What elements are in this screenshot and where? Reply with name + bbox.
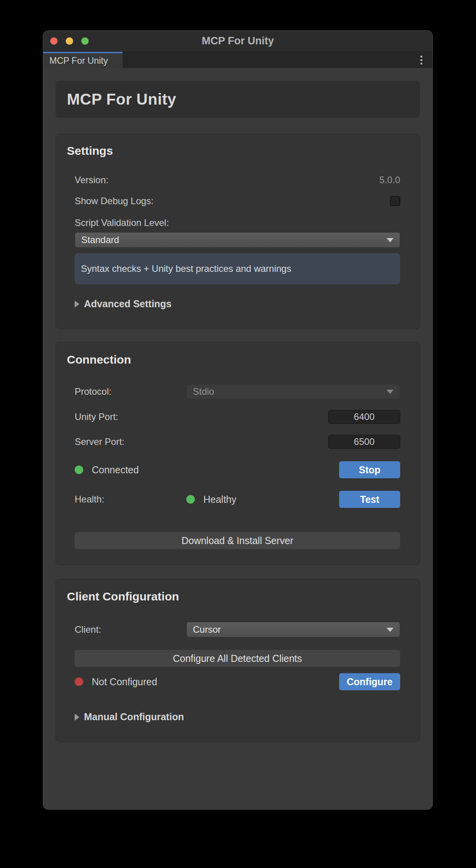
header-banner: MCP For Unity [56, 80, 420, 118]
page-title: MCP For Unity [67, 91, 176, 108]
version-row: Version: 5.0.0 [75, 175, 400, 186]
validation-level-value: Standard [81, 234, 119, 245]
connected-status-text: Connected [92, 464, 139, 476]
client-label: Client: [75, 624, 186, 635]
debug-logs-label: Show Debug Logs: [75, 196, 154, 206]
close-window-button[interactable] [50, 37, 58, 45]
zoom-window-button[interactable] [81, 37, 89, 45]
validation-helpbox: Syntax checks + Unity best practices and… [75, 253, 400, 284]
stop-button[interactable]: Stop [339, 461, 400, 478]
title-bar: MCP For Unity [43, 31, 432, 52]
validation-level-label: Script Validation Level: [75, 217, 169, 228]
client-configuration-section: Client Configuration Client: Cursor Conf… [56, 579, 420, 742]
advanced-settings-label: Advanced Settings [84, 298, 172, 310]
server-port-label: Server Port: [75, 436, 124, 447]
mcp-unity-window: MCP For Unity MCP For Unity MCP For Unit… [43, 30, 433, 810]
not-configured-status-icon [75, 677, 83, 686]
configure-all-row: Configure All Detected Clients [75, 650, 400, 667]
tab-mcp-for-unity[interactable]: MCP For Unity [43, 52, 122, 68]
window-title: MCP For Unity [202, 35, 274, 47]
configure-all-clients-button[interactable]: Configure All Detected Clients [75, 650, 400, 667]
test-button[interactable]: Test [339, 491, 400, 508]
chevron-down-icon [387, 628, 394, 632]
validation-label-row: Script Validation Level: [75, 217, 400, 228]
server-port-input[interactable] [328, 435, 400, 449]
tab-label: MCP For Unity [49, 56, 108, 66]
protocol-row: Protocol: Stdio [75, 384, 400, 399]
not-configured-status-text: Not Configured [92, 676, 157, 688]
health-row: Health: Healthy Test [75, 491, 400, 508]
connection-section: Connection Protocol: Stdio Unity Port: S… [56, 342, 420, 565]
client-config-heading: Client Configuration [67, 590, 400, 603]
client-dropdown[interactable]: Cursor [186, 622, 400, 637]
debug-logs-row: Show Debug Logs: [75, 196, 400, 206]
client-row: Client: Cursor [75, 622, 400, 637]
manual-configuration-foldout[interactable]: Manual Configuration [75, 711, 400, 723]
server-port-row: Server Port: [75, 435, 400, 449]
version-value: 5.0.0 [380, 175, 400, 186]
tab-bar: MCP For Unity [43, 52, 432, 68]
connection-status-row: Connected Stop [75, 461, 400, 478]
client-value: Cursor [193, 624, 221, 635]
kebab-menu-icon[interactable] [420, 52, 422, 68]
protocol-dropdown: Stdio [186, 384, 400, 399]
download-row: Download & Install Server [75, 532, 400, 549]
chevron-down-icon [387, 238, 394, 242]
manual-configuration-label: Manual Configuration [84, 711, 184, 723]
unity-port-label: Unity Port: [75, 411, 118, 422]
chevron-down-icon [387, 390, 394, 394]
traffic-lights [50, 31, 89, 51]
configure-button[interactable]: Configure [339, 673, 400, 690]
validation-help-text: Syntax checks + Unity best practices and… [81, 263, 291, 274]
unity-port-input[interactable] [328, 410, 400, 424]
connection-heading: Connection [67, 353, 400, 366]
minimize-window-button[interactable] [66, 37, 73, 45]
unity-port-row: Unity Port: [75, 410, 400, 424]
debug-logs-checkbox[interactable] [390, 196, 400, 206]
advanced-settings-foldout[interactable]: Advanced Settings [75, 298, 400, 310]
foldout-arrow-icon [75, 301, 79, 308]
validation-level-dropdown[interactable]: Standard [75, 232, 400, 248]
protocol-label: Protocol: [75, 386, 186, 397]
client-status-row: Not Configured Configure [75, 673, 400, 690]
settings-section: Settings Version: 5.0.0 Show Debug Logs:… [56, 134, 420, 329]
settings-heading: Settings [67, 144, 400, 158]
foldout-arrow-icon [75, 714, 79, 721]
health-label: Health: [75, 494, 186, 505]
connected-status-icon [75, 466, 83, 474]
validation-dropdown-row: Standard [75, 232, 400, 248]
protocol-value: Stdio [193, 386, 214, 397]
window-content: MCP For Unity Settings Version: 5.0.0 Sh… [43, 80, 432, 742]
health-status-text: Healthy [203, 494, 236, 505]
download-install-server-button[interactable]: Download & Install Server [75, 532, 400, 549]
healthy-status-icon [186, 495, 195, 504]
version-label: Version: [75, 175, 108, 186]
